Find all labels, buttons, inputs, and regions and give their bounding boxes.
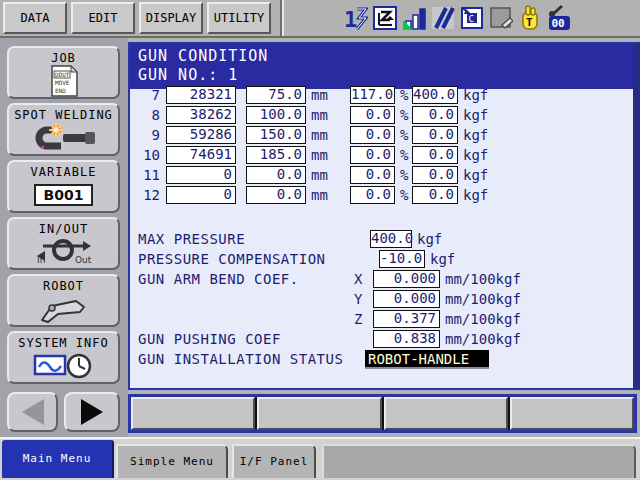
sidebar-item-in-out[interactable]: IN/OUT In Out: [7, 217, 120, 270]
percent-field[interactable]: 0.0: [350, 186, 395, 204]
tab-if-panel[interactable]: I/F Panel: [232, 444, 316, 478]
unit-label: mm/100kgf: [445, 290, 521, 309]
stroke-field[interactable]: 100.0: [246, 106, 306, 124]
pulse-field[interactable]: 38262: [166, 106, 236, 124]
row-number: 9: [130, 126, 160, 145]
pressure-field[interactable]: 0.0: [412, 146, 458, 164]
unit-label: mm/100kgf: [445, 310, 521, 329]
stroke-field[interactable]: 185.0: [246, 146, 306, 164]
unit-label: kgf: [463, 126, 488, 145]
tab-main-menu[interactable]: Main Menu: [2, 440, 114, 478]
unit-label: %: [400, 106, 408, 125]
unit-label: kgf: [463, 186, 488, 205]
field-row-bend-y: Y 0.000 mm/100kgf: [130, 290, 633, 310]
pressure-field[interactable]: 0.0: [412, 166, 458, 184]
svg-text:C: C: [469, 14, 474, 24]
svg-text:1: 1: [344, 7, 357, 32]
sidebar-item-label: SPOT WELDING: [9, 108, 118, 122]
pressure-field[interactable]: 0.0: [412, 106, 458, 124]
servo-status-icon: [431, 4, 455, 32]
percent-field[interactable]: 117.0: [350, 86, 395, 104]
sidebar-item-label: IN/OUT: [9, 222, 118, 236]
utility-menu-button[interactable]: UTILITY: [207, 2, 271, 34]
field-row-pressure-compensation: PRESSURE COMPENSATION -10.0 kgf: [130, 250, 633, 270]
pulse-field[interactable]: 59286: [166, 126, 236, 144]
bend-z-field[interactable]: 0.377: [373, 310, 440, 328]
coordinate-system-icon: [373, 4, 397, 32]
function-key-2[interactable]: [257, 397, 381, 430]
svg-text:00: 00: [552, 17, 565, 30]
percent-field[interactable]: 0.0: [350, 106, 395, 124]
sidebar-item-variable[interactable]: VARIABLE B001: [7, 160, 120, 213]
svg-text:DOUT: DOUT: [55, 71, 70, 78]
function-key-3[interactable]: [384, 397, 508, 430]
field-row-installation-status: GUN INSTALLATION STATUS ROBOT-HANDLE: [130, 350, 633, 370]
unit-label: %: [400, 146, 408, 165]
unit-label: mm: [311, 106, 328, 125]
data-menu-button[interactable]: DATA: [3, 2, 67, 34]
unit-label: mm: [311, 166, 328, 185]
bottom-tab-bar: Main Menu Simple Menu I/F Panel: [0, 437, 640, 480]
function-key-1[interactable]: [131, 397, 255, 430]
sidebar-item-job[interactable]: JOB DOUT MOVE END: [7, 46, 120, 99]
pendant-screen: DATA EDIT DISPLAY UTILITY 1: [0, 0, 640, 480]
page-next-button[interactable]: [64, 392, 120, 432]
panel-header: GUN CONDITION GUN NO.: 1: [130, 44, 633, 89]
installation-status-field[interactable]: ROBOT-HANDLE: [365, 350, 489, 369]
percent-field[interactable]: 0.0: [350, 146, 395, 164]
security-mode-icon: 00: [547, 4, 571, 32]
row-number: 12: [130, 186, 160, 205]
stroke-field[interactable]: 0.0: [246, 166, 306, 184]
unit-label: %: [400, 126, 408, 145]
pulse-field[interactable]: 0: [166, 166, 236, 184]
sidebar-item-label: SYSTEM INFO: [9, 336, 118, 350]
edit-menu-button[interactable]: EDIT: [71, 2, 135, 34]
page-title: GUN CONDITION: [138, 47, 633, 66]
field-label: GUN PUSHING COEF: [138, 330, 281, 349]
percent-field[interactable]: 0.0: [350, 166, 395, 184]
page-prev-button[interactable]: [7, 392, 58, 432]
sidebar-item-spot-welding[interactable]: SPOT WELDING: [7, 103, 120, 156]
bend-y-field[interactable]: 0.000: [373, 290, 440, 308]
manual-speed-icon: [402, 4, 426, 32]
variable-name-box: B001: [34, 184, 94, 206]
pulse-field[interactable]: 74691: [166, 146, 236, 164]
svg-text:In: In: [37, 255, 45, 265]
stroke-field[interactable]: 0.0: [246, 186, 306, 204]
pulse-field[interactable]: 28321: [166, 86, 236, 104]
spot-welding-gun-icon: [9, 122, 118, 154]
gun-number-label: GUN NO.: 1: [138, 66, 633, 85]
svg-text:T: T: [526, 16, 533, 29]
pressure-field[interactable]: 0.0: [412, 186, 458, 204]
stroke-field[interactable]: 75.0: [246, 86, 306, 104]
sidebar-item-robot[interactable]: ROBOT: [7, 274, 120, 327]
percent-field[interactable]: 0.0: [350, 126, 395, 144]
svg-text:Out: Out: [75, 255, 92, 265]
stroke-field[interactable]: 150.0: [246, 126, 306, 144]
unit-label: kgf: [463, 106, 488, 125]
field-label: MAX PRESSURE: [138, 230, 245, 249]
pressure-field[interactable]: 400.0: [412, 86, 458, 104]
field-row-max-pressure: MAX PRESSURE 400.0 kgf: [130, 230, 633, 250]
max-pressure-field[interactable]: 400.0: [370, 230, 412, 248]
pulse-field[interactable]: 0: [166, 186, 236, 204]
unit-label: %: [400, 86, 408, 105]
unit-label: %: [400, 166, 408, 185]
unit-label: mm: [311, 146, 328, 165]
screen-page-icon: [489, 4, 513, 32]
bend-x-field[interactable]: 0.000: [373, 270, 440, 288]
function-key-row: [128, 394, 637, 433]
system-info-icon: [9, 350, 118, 382]
gun-pushing-field[interactable]: 0.838: [373, 330, 440, 348]
svg-text:END: END: [55, 87, 66, 94]
sidebar-item-system-info[interactable]: SYSTEM INFO: [7, 331, 120, 384]
pressure-field[interactable]: 0.0: [412, 126, 458, 144]
display-menu-button[interactable]: DISPLAY: [139, 2, 203, 34]
field-row-bend-x: GUN ARM BEND COEF. X 0.000 mm/100kgf: [130, 270, 633, 290]
unit-label: kgf: [463, 86, 488, 105]
tab-simple-menu[interactable]: Simple Menu: [116, 444, 228, 478]
function-key-4[interactable]: [510, 397, 634, 430]
single-cycle-icon: 1: [344, 4, 368, 32]
pressure-compensation-field[interactable]: -10.0: [379, 250, 425, 268]
in-out-icon: In Out: [9, 236, 118, 268]
